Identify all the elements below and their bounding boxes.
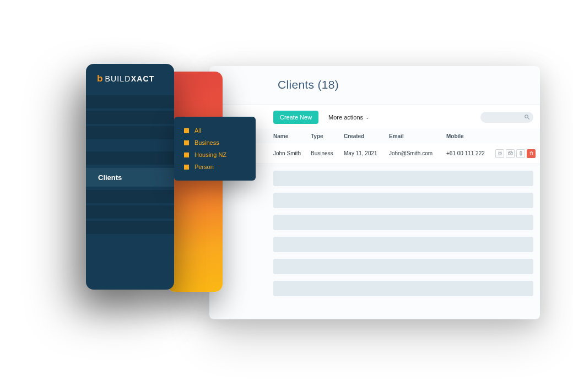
placeholder-row — [273, 237, 533, 252]
row-actions — [495, 149, 536, 158]
cell-created: May 11, 2021 — [344, 150, 389, 156]
sidebar: b BUILDXACT Clients — [86, 64, 174, 290]
col-created[interactable]: Created — [344, 133, 389, 139]
brand-mark-icon: b — [97, 74, 102, 83]
search-input[interactable] — [480, 112, 533, 123]
cell-email: John@Smith.com — [389, 150, 446, 156]
filter-label: All — [194, 127, 201, 134]
more-actions-label: More actions — [328, 114, 363, 121]
filter-item-business[interactable]: Business — [184, 137, 246, 149]
sidebar-item-clients[interactable]: Clients — [86, 168, 174, 187]
filter-item-all[interactable]: All — [184, 124, 246, 137]
checkbox-icon — [184, 128, 189, 133]
placeholder-row — [273, 193, 533, 208]
svg-point-0 — [525, 115, 528, 118]
search-icon — [524, 114, 530, 120]
col-mobile[interactable]: Mobile — [446, 133, 501, 139]
create-new-button[interactable]: Create New — [273, 111, 318, 124]
page-title: Clients (18) — [278, 78, 527, 91]
sidebar-item[interactable] — [86, 126, 174, 139]
filter-item-housing-nz[interactable]: Housing NZ — [184, 149, 246, 161]
email-icon[interactable] — [506, 149, 515, 158]
svg-line-1 — [528, 118, 529, 119]
checkbox-icon — [184, 165, 189, 170]
sidebar-item[interactable] — [86, 190, 174, 203]
checkbox-icon — [184, 153, 189, 157]
filter-label: Business — [194, 139, 219, 146]
phone-icon[interactable] — [516, 149, 525, 158]
col-name[interactable]: Name — [273, 133, 311, 139]
sidebar-item[interactable] — [86, 221, 174, 234]
table-header: Name Type Created Email Mobile — [209, 129, 540, 143]
col-type[interactable]: Type — [311, 133, 344, 139]
sidebar-item-label: Clients — [98, 173, 122, 182]
brand-wordmark: BUILDXACT — [105, 74, 154, 83]
clients-panel: Clients (18) Create New More actions ⌄ N… — [209, 66, 540, 319]
cell-type: Business — [311, 150, 344, 156]
cell-name: John Smith — [273, 150, 311, 156]
decorative-gradient-card — [167, 72, 223, 292]
sidebar-item[interactable] — [86, 111, 174, 124]
sidebar-item[interactable] — [86, 95, 174, 108]
checkbox-icon — [184, 140, 189, 145]
col-email[interactable]: Email — [389, 133, 446, 139]
chevron-down-icon: ⌄ — [365, 115, 370, 120]
placeholder-row — [273, 259, 533, 274]
cell-mobile: +61 00 111 222 — [446, 150, 501, 156]
delete-icon[interactable] — [527, 149, 536, 158]
filter-popover: All Business Housing NZ Person — [174, 117, 256, 181]
sidebar-item[interactable] — [86, 205, 174, 219]
placeholder-rows — [209, 171, 540, 307]
table-row[interactable]: John Smith Business May 11, 2021 John@Sm… — [209, 143, 540, 164]
placeholder-row — [273, 281, 533, 296]
toolbar: Create New More actions ⌄ — [209, 105, 540, 129]
sidebar-item[interactable] — [86, 151, 174, 165]
reminder-icon[interactable] — [495, 149, 504, 158]
filter-label: Person — [194, 164, 214, 170]
filter-item-person[interactable]: Person — [184, 161, 246, 173]
more-actions-dropdown[interactable]: More actions ⌄ — [328, 114, 370, 121]
panel-header: Clients (18) — [209, 66, 540, 105]
filter-label: Housing NZ — [194, 151, 226, 158]
brand-logo[interactable]: b BUILDXACT — [86, 74, 174, 93]
placeholder-row — [273, 171, 533, 186]
placeholder-row — [273, 215, 533, 230]
